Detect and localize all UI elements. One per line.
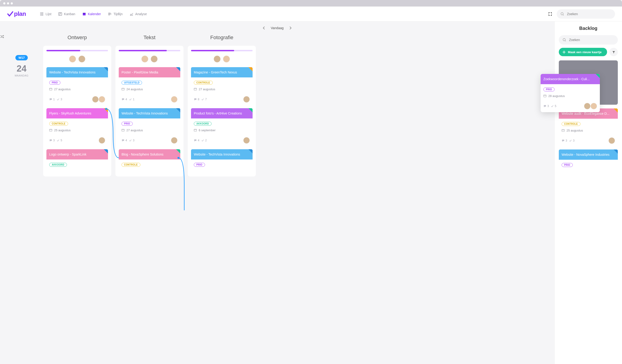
progress-bar [119, 50, 180, 51]
card-title: Blog - NovaSphere Solutions [121, 153, 163, 156]
card-header: Magazine - GreenTech Nexus [191, 67, 253, 77]
card-body: PRIO [191, 159, 253, 170]
card-footer: 3 3 [562, 137, 615, 144]
card-body: PRIO 27 augustus 4 3 [119, 118, 180, 146]
backlog-card[interactable]: Website - NovaSphere Industries PRIO [559, 150, 618, 170]
tab-analyse[interactable]: Analyse [130, 12, 147, 16]
backlog-card[interactable]: Website audit - EcoElegance D... CONTROL… [559, 108, 618, 147]
card-title: Magazine - GreenTech Nexus [194, 70, 237, 74]
card[interactable]: Flyers - SkyRush Adventures CONTROLE 25 … [46, 108, 108, 146]
card-header: Zoekwoordenonderzoek - Culi... [541, 74, 600, 84]
columns-wrap: W17 24 MAANDAG Ontwerp [0, 35, 554, 176]
date-column: W17 24 MAANDAG [0, 35, 43, 176]
backlog-search[interactable] [559, 35, 618, 44]
new-card-button[interactable]: Maak een nieuw kaartje [559, 48, 607, 56]
avatar[interactable] [171, 137, 177, 144]
tab-kanban[interactable]: Kanban [58, 12, 75, 16]
card[interactable]: Poster - PixelGlow Media UITGESTELD 24 a… [119, 67, 180, 105]
card[interactable]: Blog - NovaSphere Solutions CONTROLE [119, 149, 180, 170]
comment-icon [49, 98, 52, 101]
shuffle-button[interactable] [0, 35, 43, 39]
topbar-right [548, 9, 615, 19]
card-body: CONTROLE 25 augustus 3 5 [46, 118, 108, 146]
window-dot [7, 2, 9, 4]
kanban-icon [58, 12, 62, 16]
card-date: 24 augustus [121, 87, 177, 91]
card[interactable]: Magazine - GreenTech Nexus CONTROLE 27 a… [191, 67, 253, 105]
card[interactable]: Website - TechVista Innovations PRIO [191, 149, 253, 170]
avatar[interactable] [223, 56, 230, 62]
card-date: 27 augustus [194, 87, 250, 91]
check-icon [551, 105, 554, 108]
search-icon [563, 38, 566, 42]
column-tekst: Tekst Poster - PixelGlow Media [116, 35, 184, 176]
card-corner [596, 74, 600, 78]
plus-icon [563, 51, 565, 54]
column-title: Ontwerp [43, 35, 111, 40]
card-title: Zoekwoordenonderzoek - Culi... [544, 77, 590, 81]
backlog-actions: Maak een nieuw kaartje [559, 48, 618, 56]
card-header: Blog - NovaSphere Solutions [119, 149, 180, 159]
avatar[interactable] [243, 137, 250, 144]
avatar[interactable] [69, 56, 76, 62]
card-header: Website - TechVista Innovations [46, 67, 108, 77]
chip-prio: PRIO [194, 163, 205, 167]
card-header: Poster - PixelGlow Media [119, 67, 180, 77]
card[interactable]: Logo ontwerp - SparkLink AKKOORD [46, 149, 108, 170]
chevron-left-icon[interactable] [263, 26, 265, 30]
today-button[interactable]: Vandaag [271, 26, 284, 30]
avatar[interactable] [99, 96, 105, 103]
expand-icon[interactable] [548, 12, 552, 16]
analyse-icon [130, 12, 133, 16]
due-icon [194, 88, 197, 91]
card-body: PRIO 27 augustus 1 3 [46, 77, 108, 105]
column-title: Tekst [116, 35, 184, 40]
search-input[interactable] [567, 12, 611, 16]
calendar-icon [82, 12, 86, 16]
card-header: Logo ontwerp - SparkLink [46, 149, 108, 159]
svg-rect-5 [49, 129, 52, 131]
avatar[interactable] [214, 56, 221, 62]
column-assignees [191, 56, 253, 62]
chip-prio: PRIO [49, 81, 60, 85]
card[interactable]: Website - TechVista Innovations PRIO 27 … [46, 67, 108, 105]
avatar[interactable] [608, 137, 615, 144]
avatar[interactable] [92, 96, 99, 103]
card-header: Website - NovaSphere Industries [559, 150, 618, 160]
card-body: CONTROLE 27 augustus 8 7 [191, 77, 253, 105]
chevron-right-icon[interactable] [289, 26, 292, 30]
avatar[interactable] [171, 96, 177, 103]
card-corner [176, 149, 180, 153]
card[interactable]: Website - TechVista Innovations PRIO 27 … [119, 108, 180, 146]
date-nav: Vandaag [0, 21, 554, 35]
card[interactable]: Product foto's - ArtHive Creations AKKOO… [191, 108, 253, 146]
floating-card[interactable]: Zoekwoordenonderzoek - Culi... PRIO 28 a… [541, 74, 600, 112]
avatar[interactable] [590, 103, 597, 109]
backlog-search-input[interactable] [569, 38, 614, 42]
filter-button[interactable] [609, 48, 618, 56]
avatar[interactable] [243, 96, 250, 103]
column-body: Poster - PixelGlow Media UITGESTELD 24 a… [116, 46, 184, 176]
card-header: Flyers - SkyRush Adventures [46, 108, 108, 118]
card-title: Flyers - SkyRush Adventures [49, 112, 91, 115]
svg-rect-8 [194, 88, 197, 90]
card-date: 27 augustus [49, 87, 105, 91]
card-footer: 3 5 [544, 103, 597, 109]
backlog-title: Backlog [559, 26, 618, 31]
tab-list[interactable]: Lijst [40, 12, 51, 16]
avatar[interactable] [584, 103, 590, 109]
card-footer: 4 3 [121, 137, 177, 144]
tab-calendar-label: Kalender [88, 12, 101, 16]
avatar[interactable] [99, 137, 105, 144]
tab-calendar[interactable]: Kalender [82, 12, 101, 16]
card-title: Website - TechVista Innovations [49, 70, 95, 74]
avatar[interactable] [151, 56, 158, 62]
avatar[interactable] [78, 56, 85, 62]
chip-controle: CONTROLE [562, 122, 581, 126]
chip-prio: PRIO [544, 87, 555, 91]
check-icon [201, 139, 204, 142]
avatar[interactable] [141, 56, 148, 62]
tab-timeline[interactable]: Tijdlijn [108, 12, 123, 16]
card-body: PRIO 28 augustus 3 5 [541, 84, 600, 112]
search-box[interactable] [557, 9, 615, 19]
